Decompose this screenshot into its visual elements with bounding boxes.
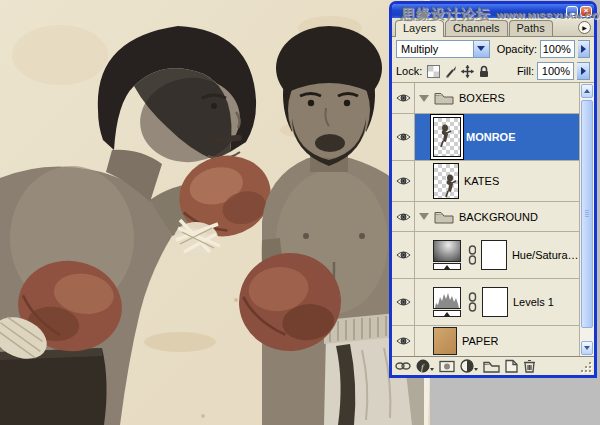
group-folder-icon [434,210,454,224]
layer-style-icon[interactable]: f [416,359,434,373]
blend-row: Multiply Opacity: 100% [392,37,594,60]
eye-icon [396,176,411,186]
palette-footer: f [392,356,594,375]
adjustment-thumbnail[interactable] [433,287,463,317]
layer-row-boxers[interactable]: BOXERS [392,83,579,114]
lock-paint-icon[interactable] [444,65,457,78]
layer-thumbnail[interactable] [433,117,461,157]
histogram-thumb [433,287,461,309]
palette-titlebar[interactable]: × [392,4,594,18]
layer-name: BACKGROUND [459,211,538,223]
visibility-toggle[interactable] [392,83,415,113]
eye-icon [396,132,411,142]
gradient-thumb [433,240,461,262]
layer-name: Levels 1 [513,296,554,308]
layer-row-hue-saturation[interactable]: Hue/Saturatio... [392,232,579,279]
tab-layers[interactable]: Layers [395,20,444,37]
layer-row-kates[interactable]: KATES [392,161,579,202]
group-folder-icon [434,91,454,105]
layer-mask-thumbnail[interactable] [481,240,507,270]
visibility-toggle[interactable] [392,232,415,278]
layer-name: Hue/Saturatio... [512,249,579,261]
layer-row-background[interactable]: BACKGROUND [392,202,579,232]
new-group-icon[interactable] [483,360,500,373]
layer-row-monroe[interactable]: MONROE [392,114,579,161]
lock-row: Lock: Fill: 100% [392,60,594,83]
tab-paths[interactable]: Paths [509,20,553,36]
mask-link-icon[interactable] [468,245,476,265]
visibility-toggle[interactable] [392,202,415,231]
layer-name: KATES [464,175,499,187]
photoshop-workspace: 思缘设计论坛 WWW.MISSYUAN.COM × Layers Channel… [0,0,600,425]
eye-icon [396,212,411,222]
layers-list: BOXERS MONROE [392,83,594,356]
lock-transparency-icon[interactable] [427,65,440,78]
visibility-toggle[interactable] [392,161,415,201]
minimize-button[interactable] [566,6,578,17]
layer-mask-thumbnail[interactable] [482,287,508,317]
mask-link-icon[interactable] [468,292,477,312]
layer-thumbnail[interactable] [433,163,459,199]
layer-name: BOXERS [459,92,505,104]
eye-icon [396,93,411,103]
fill-label: Fill: [517,65,534,77]
lock-label: Lock: [396,65,422,77]
eye-icon [396,297,411,307]
figure-thumbnail-art [434,118,462,158]
layer-mask-icon[interactable] [439,360,455,373]
adjustment-layer-icon[interactable] [460,359,478,373]
scroll-up-button[interactable] [581,84,593,98]
layer-row-paper[interactable]: PAPER [392,326,579,356]
scroll-down-button[interactable] [581,341,593,355]
palette-menu-button[interactable]: ▶ [578,21,591,34]
eye-icon [396,336,411,346]
opacity-input[interactable]: 100% [540,40,575,58]
blend-mode-value: Multiply [401,43,438,55]
new-layer-icon[interactable] [505,359,518,373]
layer-row-levels[interactable]: Levels 1 [392,279,579,326]
expand-triangle-icon[interactable] [419,95,429,102]
opacity-label: Opacity: [497,43,537,55]
layer-name: MONROE [466,131,516,143]
fill-slider-button[interactable] [577,62,590,80]
resize-grip[interactable] [579,360,591,372]
adjustment-thumbnail[interactable] [433,240,463,270]
fill-input[interactable]: 100% [537,62,574,80]
layer-thumbnail[interactable] [433,327,457,355]
chevron-down-icon[interactable] [473,41,489,57]
visibility-toggle[interactable] [392,326,415,356]
delete-layer-icon[interactable] [523,359,536,373]
visibility-toggle[interactable] [392,279,415,325]
figure-thumbnail-art [434,164,460,200]
lock-position-icon[interactable] [461,65,474,78]
adjustment-slider [433,263,461,270]
scrollbar-thumb[interactable] [581,100,593,328]
expand-triangle-icon[interactable] [419,213,429,220]
layer-name: PAPER [462,335,498,347]
opacity-slider-button[interactable] [578,40,590,58]
layers-palette-window: × Layers Channels Paths ▶ Multiply Opaci… [389,1,597,378]
link-layers-icon[interactable] [395,360,411,372]
eye-icon [396,250,411,260]
palette-tabs: Layers Channels Paths ▶ [392,18,594,37]
layers-scrollbar[interactable] [579,83,594,356]
adjustment-slider [433,310,461,317]
close-button[interactable]: × [580,6,592,17]
blend-mode-select[interactable]: Multiply [396,40,490,58]
scrollbar-grip [585,210,589,218]
tab-channels[interactable]: Channels [445,20,507,36]
lock-all-icon[interactable] [478,65,490,78]
visibility-toggle[interactable] [392,114,415,160]
